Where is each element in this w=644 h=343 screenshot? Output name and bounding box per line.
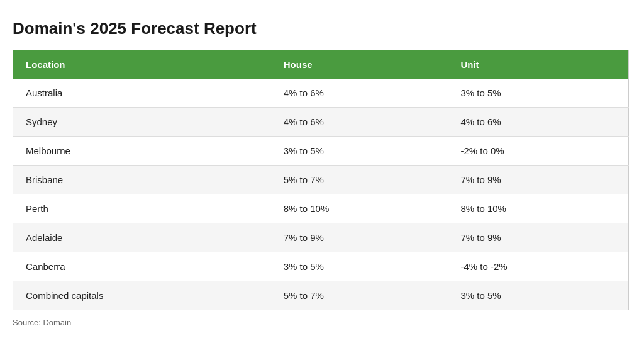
source-text: Source: Domain xyxy=(13,318,629,327)
cell-unit: 7% to 9% xyxy=(448,223,628,252)
cell-house: 5% to 7% xyxy=(271,281,448,310)
cell-location: Australia xyxy=(13,79,271,108)
cell-location: Adelaide xyxy=(13,223,271,252)
table-row: Canberra3% to 5%-4% to -2% xyxy=(13,252,629,281)
cell-location: Brisbane xyxy=(13,166,271,194)
cell-unit: -4% to -2% xyxy=(448,252,628,281)
cell-location: Canberra xyxy=(13,252,271,281)
forecast-table: Location House Unit Australia4% to 6%3% … xyxy=(13,50,629,310)
header-house: House xyxy=(271,50,448,79)
cell-location: Sydney xyxy=(13,108,271,137)
table-row: Adelaide7% to 9%7% to 9% xyxy=(13,223,629,252)
report-title: Domain's 2025 Forecast Report xyxy=(13,19,629,38)
main-container: Domain's 2025 Forecast Report Location H… xyxy=(13,19,629,327)
cell-house: 7% to 9% xyxy=(271,223,448,252)
cell-unit: 3% to 5% xyxy=(448,281,628,310)
cell-house: 4% to 6% xyxy=(271,108,448,137)
cell-house: 3% to 5% xyxy=(271,137,448,166)
header-unit: Unit xyxy=(448,50,628,79)
cell-location: Combined capitals xyxy=(13,281,271,310)
cell-house: 8% to 10% xyxy=(271,194,448,223)
header-location: Location xyxy=(13,50,271,79)
cell-unit: 8% to 10% xyxy=(448,194,628,223)
cell-location: Melbourne xyxy=(13,137,271,166)
cell-house: 3% to 5% xyxy=(271,252,448,281)
cell-location: Perth xyxy=(13,194,271,223)
table-header-row: Location House Unit xyxy=(13,50,629,79)
table-row: Perth8% to 10%8% to 10% xyxy=(13,194,629,223)
table-row: Melbourne3% to 5%-2% to 0% xyxy=(13,137,629,166)
cell-unit: 4% to 6% xyxy=(448,108,628,137)
table-row: Combined capitals5% to 7%3% to 5% xyxy=(13,281,629,310)
cell-unit: 3% to 5% xyxy=(448,79,628,108)
table-row: Brisbane5% to 7%7% to 9% xyxy=(13,166,629,194)
table-row: Australia4% to 6%3% to 5% xyxy=(13,79,629,108)
cell-house: 5% to 7% xyxy=(271,166,448,194)
table-row: Sydney4% to 6%4% to 6% xyxy=(13,108,629,137)
cell-unit: 7% to 9% xyxy=(448,166,628,194)
cell-house: 4% to 6% xyxy=(271,79,448,108)
cell-unit: -2% to 0% xyxy=(448,137,628,166)
